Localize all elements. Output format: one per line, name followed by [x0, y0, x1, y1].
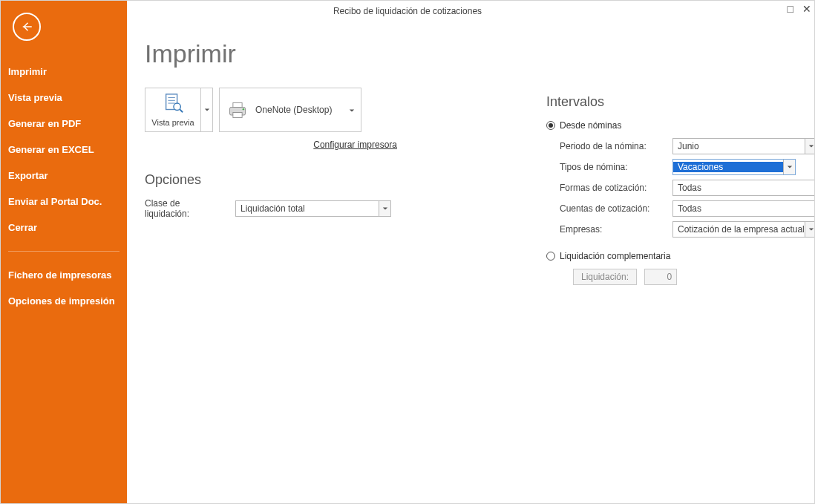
clase-liquidacion-combo[interactable]: Liquidación total [235, 200, 391, 217]
sidebar-divider [8, 251, 120, 252]
page-title: Imprimir [145, 39, 796, 68]
intervalos-heading: Intervalos [546, 94, 815, 110]
empresas-value: Cotización de la empresa actual [673, 224, 805, 235]
document-preview-icon [162, 93, 184, 115]
periodo-value: Junio [673, 141, 805, 151]
formas-value: Todas [673, 183, 815, 193]
tipos-label: Tipos de nómina: [560, 162, 664, 172]
combo-arrow [783, 160, 795, 174]
printer-icon [227, 99, 248, 120]
clase-liquidacion-value: Liquidación total [236, 203, 379, 214]
sidebar-item-fichero-impresoras[interactable]: Fichero de impresoras [1, 262, 127, 288]
radio-desde-nominas-row: Desde nóminas [546, 120, 815, 131]
empresas-combo[interactable]: Cotización de la empresa actual [672, 221, 815, 238]
printer-selector[interactable]: OneNote (Desktop) [219, 88, 361, 132]
empresas-label: Empresas: [560, 224, 664, 235]
main-area: Imprimir Vista previa [127, 22, 814, 503]
sidebar-item-generar-pdf[interactable]: Generar en PDF [1, 111, 127, 137]
chevron-down-icon [808, 226, 814, 232]
combo-arrow [805, 139, 815, 154]
sidebar-item-opciones-impresion[interactable]: Opciones de impresión [1, 288, 127, 314]
radio-desde-nominas-label: Desde nóminas [560, 120, 621, 131]
sidebar-item-vista-previa[interactable]: Vista previa [1, 85, 127, 111]
chevron-down-icon [787, 164, 793, 170]
svg-point-9 [243, 108, 244, 110]
chevron-down-icon [349, 108, 355, 114]
maximize-icon[interactable]: □ [788, 4, 793, 14]
chevron-down-icon [808, 143, 814, 149]
close-icon[interactable]: ✕ [802, 4, 811, 14]
radio-liquidacion-complementaria[interactable] [546, 252, 555, 261]
liquidacion-label: Liquidación: [573, 269, 637, 285]
desde-nominas-fields: Periodo de la nómina: Junio Tipos de nóm… [546, 138, 815, 238]
sidebar: Imprimir Vista previa Generar en PDF Gen… [1, 1, 127, 503]
printer-dropdown-arrow [349, 103, 355, 117]
svg-rect-8 [233, 113, 242, 118]
printer-name: OneNote (Desktop) [255, 105, 341, 115]
sidebar-item-generar-excel[interactable]: Generar en EXCEL [1, 137, 127, 163]
formas-label: Formas de cotización: [560, 183, 664, 193]
chevron-down-icon [204, 107, 210, 113]
tipos-value: Vacaciones [673, 162, 783, 172]
sidebar-item-imprimir[interactable]: Imprimir [1, 59, 127, 85]
vista-previa-label: Vista previa [151, 118, 194, 127]
periodo-combo[interactable]: Junio [672, 138, 815, 154]
configure-printer-link[interactable]: Configurar impresora [145, 140, 397, 150]
formas-combo[interactable]: Todas [672, 180, 815, 196]
radio-desde-nominas[interactable] [546, 121, 555, 130]
window-controls: □ ✕ [788, 4, 811, 14]
intervalos-panel: Intervalos Desde nóminas Periodo de la n… [546, 94, 815, 285]
sidebar-item-cerrar[interactable]: Cerrar [1, 215, 127, 240]
window-title: Recibo de liquidación de cotizaciones [333, 6, 482, 16]
sidebar-item-exportar[interactable]: Exportar [1, 163, 127, 189]
svg-rect-7 [233, 102, 242, 107]
chevron-down-icon [382, 206, 388, 212]
combo-arrow [805, 222, 815, 237]
vista-previa-dropdown[interactable] [200, 88, 212, 131]
sidebar-item-portal[interactable]: Enviar al Portal Doc. [1, 189, 127, 215]
vista-previa-button[interactable]: Vista previa [145, 88, 200, 131]
clase-liquidacion-label: Clase de liquidación: [145, 198, 226, 219]
liquidacion-value: 0 [644, 269, 677, 285]
svg-point-4 [174, 103, 180, 110]
periodo-label: Periodo de la nómina: [560, 141, 664, 151]
back-button[interactable] [13, 13, 41, 41]
back-arrow-icon [20, 20, 33, 33]
combo-arrow [379, 201, 390, 216]
liquidacion-row: Liquidación: 0 [546, 269, 815, 285]
svg-line-5 [180, 110, 183, 113]
cuentas-combo[interactable]: Todas [672, 200, 815, 217]
cuentas-label: Cuentas de cotización: [560, 203, 664, 214]
vista-previa-split-button: Vista previa [145, 88, 213, 132]
radio-liquidacion-comp-label: Liquidación complementaria [560, 251, 670, 261]
cuentas-value: Todas [673, 203, 815, 214]
radio-liquidacion-comp-row: Liquidación complementaria [546, 251, 815, 261]
tipos-combo[interactable]: Vacaciones [672, 159, 796, 175]
